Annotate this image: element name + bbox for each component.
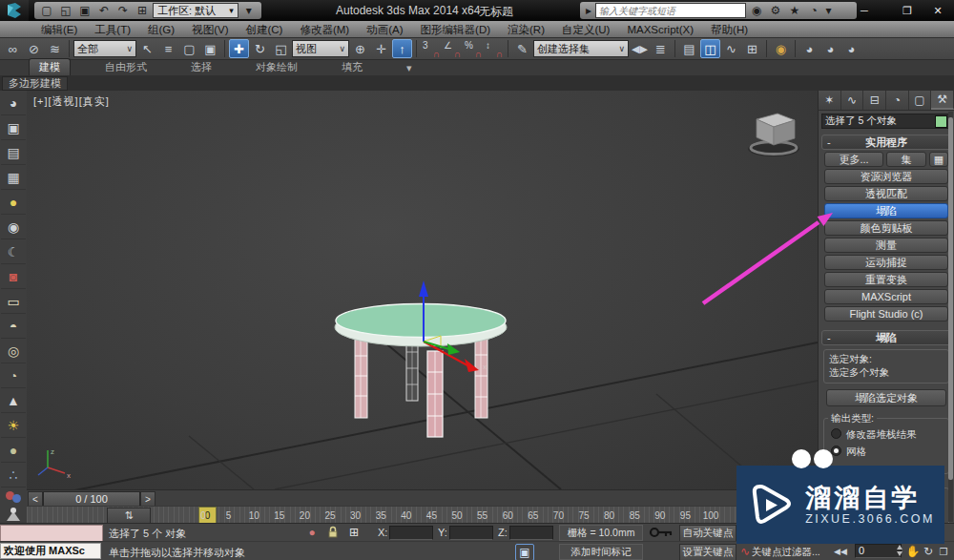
unlink-selection-icon[interactable]: ⊘ bbox=[24, 39, 44, 58]
ribbon-tab-4[interactable]: 填充 bbox=[332, 59, 372, 75]
isolate-toggle-icon[interactable]: ▣ bbox=[515, 544, 534, 560]
menu-item-10[interactable]: MAXScript(X) bbox=[618, 21, 702, 38]
menu-item-5[interactable]: 修改器(M) bbox=[291, 21, 358, 38]
menu-item-9[interactable]: 自定义(U) bbox=[553, 21, 618, 38]
scatter-icon[interactable]: ∴ bbox=[1, 463, 26, 487]
close-button[interactable]: ✕ bbox=[925, 2, 950, 19]
open-file-icon[interactable]: ◱ bbox=[57, 3, 74, 18]
ribbon-tab-1[interactable]: 自由形式 bbox=[95, 59, 156, 75]
go-to-start-icon[interactable]: ◀◀ bbox=[832, 544, 849, 559]
search-caret-icon[interactable]: ▸ bbox=[584, 3, 593, 18]
select-and-rotate-icon[interactable]: ↻ bbox=[250, 39, 270, 58]
project-folder-icon[interactable]: ⊞ bbox=[134, 3, 151, 18]
selection-lock-icon[interactable] bbox=[326, 526, 340, 542]
previous-frame-arrow[interactable]: < bbox=[28, 491, 43, 507]
object-color-swatch[interactable] bbox=[935, 115, 947, 128]
selection-filter-dropdown[interactable]: 全部 ∨ bbox=[73, 40, 136, 57]
maximize-button[interactable]: ❐ bbox=[895, 2, 920, 19]
render-production-icon[interactable]: ◕ bbox=[841, 39, 861, 58]
menu-item-8[interactable]: 渲染(R) bbox=[499, 21, 553, 38]
save-file-icon[interactable]: ▣ bbox=[76, 3, 93, 18]
monitor-icon[interactable]: ▣ bbox=[1, 115, 26, 140]
auto-key-button[interactable]: 自动关键点 bbox=[679, 525, 736, 542]
ring-icon[interactable]: ◎ bbox=[1, 339, 26, 363]
utility-button-透视匹配[interactable]: 透视匹配 bbox=[824, 186, 948, 201]
redo-icon[interactable]: ↷ bbox=[114, 3, 132, 18]
menu-item-4[interactable]: 创建(C) bbox=[237, 21, 291, 38]
radio-modifier-stack[interactable] bbox=[831, 428, 841, 439]
ribbon-collapse-caret-icon[interactable]: ▾ bbox=[397, 61, 422, 75]
camera-icon[interactable]: ◉ bbox=[1, 215, 26, 239]
lamp-icon[interactable]: ● bbox=[1, 190, 26, 215]
bind-to-spacewarp-icon[interactable]: ≋ bbox=[45, 39, 65, 58]
utility-button-颜色剪贴板[interactable]: 颜色剪贴板 bbox=[824, 220, 948, 236]
select-by-name-icon[interactable]: ≡ bbox=[158, 39, 178, 58]
teapot2-icon[interactable]: ◔ bbox=[1, 363, 26, 388]
y-coordinate-field[interactable] bbox=[449, 526, 493, 540]
set-key-button[interactable]: 设置关键点 bbox=[679, 544, 736, 560]
utility-button-资源浏览器[interactable]: 资源浏览器 bbox=[824, 169, 948, 184]
add-time-tag-button[interactable]: 添加时间标记 bbox=[559, 544, 643, 560]
x-coordinate-field[interactable] bbox=[389, 526, 433, 540]
select-object-icon[interactable]: ↖ bbox=[137, 39, 157, 58]
radio-mesh[interactable] bbox=[831, 446, 841, 456]
maximize-viewport-icon[interactable]: ❐ bbox=[935, 544, 952, 559]
collapse-rollout-header[interactable]: - 塌陷 bbox=[821, 330, 951, 345]
tab-modify-icon[interactable]: ∿ bbox=[841, 91, 864, 110]
angle-snap-icon[interactable]: ∠∩ bbox=[442, 39, 462, 58]
percent-snap-icon[interactable]: %∩ bbox=[463, 39, 483, 58]
menu-item-11[interactable]: 帮助(H) bbox=[702, 21, 757, 38]
utility-button-塌陷[interactable]: 塌陷 bbox=[824, 203, 948, 218]
dome-icon[interactable]: ◓ bbox=[1, 314, 26, 339]
next-frame-arrow[interactable]: > bbox=[140, 491, 156, 507]
sun-icon[interactable]: ☀ bbox=[1, 413, 26, 438]
move-gizmo[interactable]: x bbox=[419, 280, 487, 372]
ribbon-tab-2[interactable]: 选择 bbox=[181, 59, 221, 75]
edit-named-selection-sets-icon[interactable]: ✎ bbox=[512, 39, 532, 58]
reference-coordinate-dropdown[interactable]: 视图 ∨ bbox=[292, 40, 349, 57]
utility-button-运动捕捉[interactable]: 运动捕捉 bbox=[824, 255, 948, 270]
utility-button-重置变换[interactable]: 重置变换 bbox=[824, 272, 948, 287]
collapse-selected-button[interactable]: 塌陷选定对象 bbox=[826, 389, 946, 406]
select-and-manipulate-icon[interactable]: ✛ bbox=[371, 39, 391, 58]
material-editor-icon[interactable]: ◉ bbox=[771, 39, 791, 58]
frame-spinner[interactable] bbox=[897, 544, 903, 557]
tab-create-icon[interactable]: ✶ bbox=[819, 91, 841, 110]
tab-hierarchy-icon[interactable]: ⊟ bbox=[863, 91, 886, 110]
utility-sets-button[interactable]: 集 bbox=[886, 152, 926, 167]
render-setup-icon[interactable]: ◕ bbox=[799, 39, 819, 58]
maxscript-mini-listener[interactable] bbox=[0, 525, 103, 542]
menu-item-0[interactable]: 编辑(E) bbox=[32, 21, 86, 38]
panel-scrollbar-thumb[interactable] bbox=[948, 117, 953, 480]
utilities-rollout-header[interactable]: - 实用程序 bbox=[821, 135, 951, 150]
track-bar[interactable]: ⇅ 0 051015202530354045505560657075808590… bbox=[27, 506, 818, 524]
workspace-menu-caret-icon[interactable]: ▾ bbox=[240, 3, 258, 18]
align-icon[interactable]: ≣ bbox=[651, 39, 671, 58]
menu-item-6[interactable]: 动画(A) bbox=[358, 21, 411, 38]
communication-center-icon[interactable]: ⚙ bbox=[767, 3, 784, 18]
workspace-dropdown[interactable]: 工作区: 默认 ▾ bbox=[153, 3, 238, 18]
help-caret-icon[interactable]: ▾ bbox=[824, 3, 833, 18]
minimize-button[interactable]: ─ bbox=[852, 2, 877, 19]
time-slider-thumb[interactable]: 0 / 100 bbox=[43, 491, 140, 507]
perspective-viewport[interactable]: [+][透视][真实] bbox=[27, 91, 818, 489]
keyboard-override-icon[interactable]: ↑ bbox=[392, 39, 412, 58]
teapot-icon[interactable]: ◕ bbox=[1, 91, 26, 115]
maxscript-listener-line[interactable]: 欢迎使用 MAXSc bbox=[0, 543, 101, 559]
spinner-snap-icon[interactable]: ↕∩ bbox=[484, 39, 504, 58]
menu-item-3[interactable]: 视图(V) bbox=[183, 21, 237, 38]
tab-motion-icon[interactable]: ◔ bbox=[886, 91, 909, 110]
grid-sheet-icon[interactable]: ▦ bbox=[1, 165, 26, 190]
plane-icon[interactable]: ▭ bbox=[1, 289, 26, 314]
sphere-icon[interactable]: ● bbox=[1, 438, 26, 463]
curve-editor-icon[interactable]: ∿ bbox=[721, 39, 741, 58]
rectangular-selection-region-icon[interactable]: ▢ bbox=[179, 39, 199, 58]
layer-manager-icon[interactable]: ▤ bbox=[679, 39, 699, 58]
window-crossing-icon[interactable]: ▣ bbox=[200, 39, 220, 58]
sheet-icon[interactable]: ▤ bbox=[1, 140, 26, 165]
red-camera-icon[interactable]: ◙ bbox=[1, 264, 26, 289]
use-pivot-center-icon[interactable]: ⊕ bbox=[350, 39, 370, 58]
prompt-bulb-icon[interactable]: ● bbox=[303, 525, 321, 540]
mini-curve-editor-button[interactable]: ⇅ bbox=[107, 508, 151, 524]
viewport-label[interactable]: [+][透视][真实] bbox=[33, 94, 110, 109]
